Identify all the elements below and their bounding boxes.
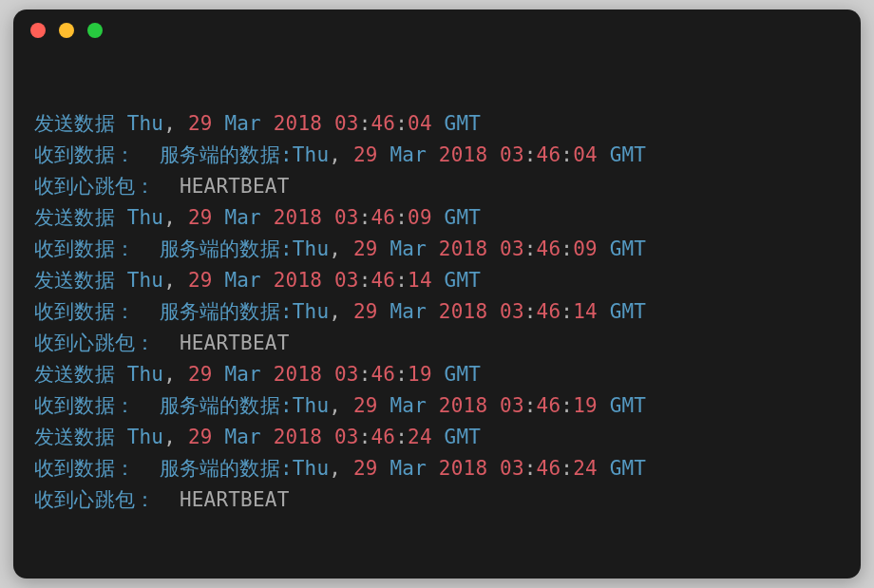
log-token: : [524, 237, 537, 260]
log-token: 03 [334, 269, 359, 292]
window-titlebar [13, 9, 861, 51]
log-token: 09 [573, 237, 598, 260]
terminal-output: 发送数据 Thu, 29 Mar 2018 03:46:04 GMT收到数据： … [13, 51, 861, 516]
log-token: Thu [293, 394, 330, 417]
log-token: Thu [293, 300, 330, 323]
close-icon[interactable] [30, 23, 46, 38]
log-token: GMT [432, 426, 481, 448]
log-line: 发送数据 Thu, 29 Mar 2018 03:46:19 GMT [34, 359, 840, 390]
log-token: , [329, 300, 353, 323]
log-line: 收到数据： 服务端的数据:Thu, 29 Mar 2018 03:46:24 G… [34, 453, 840, 484]
log-token [487, 300, 500, 323]
log-token: 29 [188, 426, 213, 448]
log-token: GMT [598, 457, 646, 480]
log-token: : [359, 269, 371, 292]
log-token: 46 [537, 394, 561, 417]
log-token: : [524, 143, 537, 166]
log-token: GMT [598, 143, 646, 166]
log-token: 29 [188, 206, 213, 229]
log-token: 29 [353, 237, 378, 260]
log-token: 46 [371, 426, 396, 448]
log-token: 发送数据 [34, 112, 127, 135]
log-token: 发送数据 [34, 269, 127, 292]
log-token: 46 [371, 112, 396, 135]
log-token: 收到数据： 服务端的数据: [34, 394, 293, 417]
log-token: 收到数据： 服务端的数据: [34, 237, 293, 260]
log-token: HEARTBEAT [180, 488, 290, 511]
terminal-window: 发送数据 Thu, 29 Mar 2018 03:46:04 GMT收到数据： … [13, 9, 861, 579]
log-token: : [524, 394, 537, 417]
log-token: Mar [378, 457, 439, 480]
log-token: 24 [573, 457, 598, 480]
log-token: , [163, 269, 188, 292]
log-token: 03 [334, 112, 359, 135]
log-token: 发送数据 [34, 206, 127, 229]
log-token: 29 [353, 300, 378, 323]
log-token: , [329, 457, 353, 480]
log-token: 03 [500, 457, 524, 480]
log-token: 收到数据： 服务端的数据: [34, 143, 293, 166]
log-token: Mar [378, 237, 439, 260]
log-token: : [560, 237, 573, 260]
log-token: 04 [408, 112, 432, 135]
log-line: 发送数据 Thu, 29 Mar 2018 03:46:09 GMT [34, 202, 840, 234]
log-token: , [163, 363, 188, 386]
log-token: : [359, 426, 371, 448]
log-token: 2018 [439, 237, 487, 260]
log-token: 29 [188, 269, 213, 292]
log-token: 19 [408, 363, 432, 386]
log-token: 2018 [274, 269, 322, 292]
log-token: GMT [598, 237, 646, 260]
log-token: : [395, 426, 408, 448]
log-token: : [359, 206, 371, 229]
minimize-icon[interactable] [59, 23, 74, 38]
log-token: Thu [127, 269, 164, 292]
log-token: GMT [432, 112, 481, 135]
log-token: 04 [573, 143, 598, 166]
log-token [322, 269, 334, 292]
log-token: Mar [213, 363, 274, 386]
log-token: : [395, 363, 408, 386]
log-token: GMT [432, 206, 481, 229]
log-line: 发送数据 Thu, 29 Mar 2018 03:46:14 GMT [34, 265, 840, 296]
log-token: 03 [500, 143, 524, 166]
log-token: , [163, 112, 188, 135]
log-line: 发送数据 Thu, 29 Mar 2018 03:46:04 GMT [34, 108, 840, 140]
log-token: 发送数据 [34, 426, 127, 448]
log-token [487, 237, 500, 260]
log-token: 46 [537, 457, 561, 480]
log-token: 2018 [439, 143, 487, 166]
log-token: 03 [500, 300, 524, 323]
log-token: : [560, 143, 573, 166]
log-token: : [359, 112, 371, 135]
log-token: , [163, 426, 188, 448]
maximize-icon[interactable] [87, 23, 103, 38]
log-token: GMT [598, 394, 646, 417]
log-token: 收到心跳包： [34, 332, 180, 354]
log-token: 2018 [274, 363, 322, 386]
log-line: 收到心跳包： HEARTBEAT [34, 171, 840, 202]
log-token: 24 [408, 426, 432, 448]
log-token: 14 [408, 269, 432, 292]
log-line: 收到数据： 服务端的数据:Thu, 29 Mar 2018 03:46:04 G… [34, 140, 840, 171]
log-token: HEARTBEAT [180, 175, 290, 198]
log-token: 46 [371, 206, 396, 229]
log-token: Thu [127, 112, 164, 135]
log-token: Mar [213, 426, 274, 448]
log-token: , [163, 206, 188, 229]
log-token: 2018 [274, 112, 322, 135]
log-token: : [395, 112, 408, 135]
log-token: 2018 [274, 206, 322, 229]
log-token: 收到心跳包： [34, 175, 180, 198]
log-token: : [395, 206, 408, 229]
log-token: HEARTBEAT [180, 332, 290, 354]
log-token: 29 [188, 112, 213, 135]
log-token: 46 [537, 143, 561, 166]
log-token: 03 [500, 394, 524, 417]
log-token: 09 [408, 206, 432, 229]
log-token: 2018 [274, 426, 322, 448]
log-token [322, 426, 334, 448]
log-token: , [329, 143, 353, 166]
log-token [322, 206, 334, 229]
log-token [322, 112, 334, 135]
